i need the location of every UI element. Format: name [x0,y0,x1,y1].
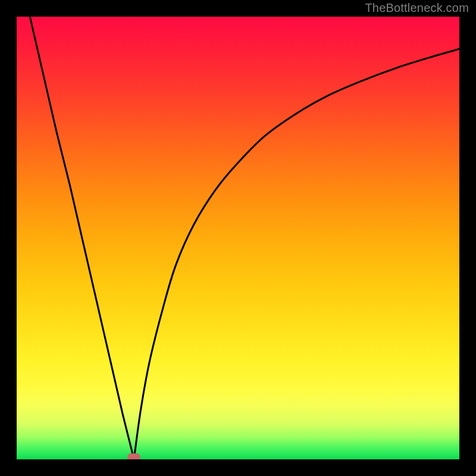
chart-frame: TheBottleneck.com [0,0,476,476]
curve-right-branch [134,49,459,459]
watermark-text: TheBottleneck.com [365,1,469,15]
plot-area [17,17,459,459]
minimum-marker [127,453,140,459]
curve-layer [17,17,459,459]
curve-left-branch [30,17,134,459]
